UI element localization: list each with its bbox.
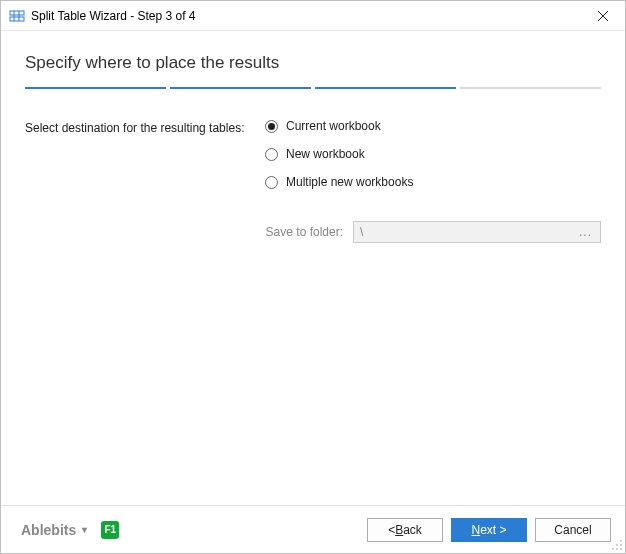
radio-label: New workbook <box>286 147 365 161</box>
svg-rect-0 <box>10 11 24 15</box>
brand-label: Ablebits <box>21 522 76 538</box>
wizard-window: Split Table Wizard - Step 3 of 4 Specify… <box>0 0 626 554</box>
app-icon <box>9 8 25 24</box>
svg-point-7 <box>620 544 622 546</box>
chevron-down-icon: ▾ <box>82 524 87 535</box>
back-button[interactable]: < Back <box>367 518 443 542</box>
step-indicator <box>25 87 601 89</box>
content-area: Specify where to place the results Selec… <box>1 31 625 505</box>
svg-point-10 <box>616 548 618 550</box>
footer: Ablebits ▾ F1 < Back Next > Cancel <box>1 505 625 553</box>
page-heading: Specify where to place the results <box>25 53 601 73</box>
brand-menu[interactable]: Ablebits ▾ <box>21 522 87 538</box>
close-button[interactable] <box>580 1 625 30</box>
step-segment-1 <box>25 87 166 89</box>
radio-label: Current workbook <box>286 119 381 133</box>
help-button[interactable]: F1 <box>101 521 119 539</box>
radio-icon <box>265 148 278 161</box>
save-folder-label: Save to folder: <box>265 225 343 239</box>
svg-rect-1 <box>10 17 24 21</box>
close-icon <box>598 11 608 21</box>
radio-label: Multiple new workbooks <box>286 175 413 189</box>
radio-icon <box>265 120 278 133</box>
destination-options: Current workbook New workbook Multiple n… <box>265 119 601 243</box>
destination-row: Select destination for the resulting tab… <box>25 119 601 243</box>
radio-new-workbook[interactable]: New workbook <box>265 147 601 161</box>
svg-point-11 <box>612 548 614 550</box>
step-segment-4 <box>460 87 601 89</box>
svg-point-8 <box>616 544 618 546</box>
save-folder-value: \ <box>360 225 577 239</box>
radio-multiple-new-workbooks[interactable]: Multiple new workbooks <box>265 175 601 189</box>
save-folder-input: \ ... <box>353 221 601 243</box>
next-button[interactable]: Next > <box>451 518 527 542</box>
step-segment-3 <box>315 87 456 89</box>
svg-point-6 <box>620 540 622 542</box>
titlebar: Split Table Wizard - Step 3 of 4 <box>1 1 625 31</box>
radio-icon <box>265 176 278 189</box>
resize-grip[interactable] <box>611 539 623 551</box>
svg-point-9 <box>620 548 622 550</box>
save-folder-row: Save to folder: \ ... <box>265 221 601 243</box>
step-segment-2 <box>170 87 311 89</box>
window-title: Split Table Wizard - Step 3 of 4 <box>31 9 580 23</box>
browse-button: ... <box>577 225 594 239</box>
radio-current-workbook[interactable]: Current workbook <box>265 119 601 133</box>
cancel-button[interactable]: Cancel <box>535 518 611 542</box>
destination-label: Select destination for the resulting tab… <box>25 119 265 135</box>
